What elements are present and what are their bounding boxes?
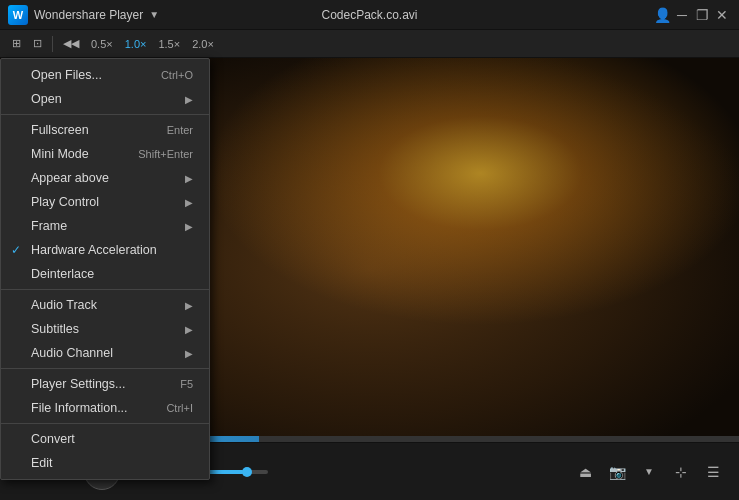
controls-right: ⏏ 📷 ▼ ⊹ ☰ — [571, 458, 727, 486]
mini-mode-label: Mini Mode — [31, 147, 89, 161]
frame-label: Frame — [31, 219, 67, 233]
fullscreen-label: Fullscreen — [31, 123, 89, 137]
speed-10-btn[interactable]: 1.0× — [121, 36, 151, 52]
menu-sep-3 — [1, 368, 209, 369]
snapshot-dropdown-btn[interactable]: ▼ — [635, 458, 663, 486]
fullscreen-item[interactable]: Fullscreen Enter — [1, 118, 209, 142]
mini-mode-shortcut: Shift+Enter — [138, 148, 193, 160]
play-control-label: Play Control — [31, 195, 99, 209]
edit-item[interactable]: Edit — [1, 451, 209, 475]
app-name-label: Wondershare Player — [34, 8, 143, 22]
toolbar: ⊞ ⊡ ◀◀ 0.5× 1.0× 1.5× 2.0× — [0, 30, 739, 58]
fullscreen-shortcut: Enter — [167, 124, 193, 136]
hw-accel-label: Hardware Acceleration — [31, 243, 157, 257]
subtitles-item[interactable]: Subtitles ▶ — [1, 317, 209, 341]
player-settings-item[interactable]: Player Settings... F5 — [1, 372, 209, 396]
open-files-shortcut: Ctrl+O — [161, 69, 193, 81]
convert-label: Convert — [31, 432, 75, 446]
open-arrow-icon: ▶ — [185, 94, 193, 105]
edit-label: Edit — [31, 456, 53, 470]
audio-channel-label: Audio Channel — [31, 346, 113, 360]
subtitles-arrow-icon: ▶ — [185, 324, 193, 335]
window-controls: 👤 ─ ❐ ✕ — [653, 6, 731, 24]
frame-arrow-icon: ▶ — [185, 221, 193, 232]
audio-track-item[interactable]: Audio Track ▶ — [1, 293, 209, 317]
context-menu: Open Files... Ctrl+O Open ▶ Fullscreen E… — [0, 58, 210, 480]
snapshot-btn[interactable]: 📷 — [603, 458, 631, 486]
aspect-ratio-btn[interactable]: ⊞ — [8, 35, 25, 52]
restore-btn[interactable]: ❐ — [693, 6, 711, 24]
open-files-label: Open Files... — [31, 68, 102, 82]
subtitles-label: Subtitles — [31, 322, 79, 336]
title-bar-left: W Wondershare Player ▼ — [8, 5, 159, 25]
file-info-label: File Information... — [31, 401, 128, 415]
audio-track-arrow-icon: ▶ — [185, 300, 193, 311]
title-bar-dropdown-icon[interactable]: ▼ — [149, 9, 159, 20]
player-settings-shortcut: F5 — [180, 378, 193, 390]
close-btn[interactable]: ✕ — [713, 6, 731, 24]
open-item[interactable]: Open ▶ — [1, 87, 209, 111]
hw-accel-item[interactable]: Hardware Acceleration — [1, 238, 209, 262]
minimize-btn[interactable]: ─ — [673, 6, 691, 24]
toolbar-separator — [52, 36, 53, 52]
file-info-shortcut: Ctrl+I — [166, 402, 193, 414]
deinterlace-label: Deinterlace — [31, 267, 94, 281]
speed-15-btn[interactable]: 1.5× — [154, 36, 184, 52]
play-control-item[interactable]: Play Control ▶ — [1, 190, 209, 214]
user-icon-btn[interactable]: 👤 — [653, 6, 671, 24]
audio-channel-arrow-icon: ▶ — [185, 348, 193, 359]
rewind-toolbar-btn[interactable]: ◀◀ — [59, 35, 83, 52]
cast-btn[interactable]: ⊹ — [667, 458, 695, 486]
menu-sep-2 — [1, 289, 209, 290]
eject-btn[interactable]: ⏏ — [571, 458, 599, 486]
deinterlace-item[interactable]: Deinterlace — [1, 262, 209, 286]
speed-05-btn[interactable]: 0.5× — [87, 36, 117, 52]
player-settings-label: Player Settings... — [31, 377, 126, 391]
open-files-item[interactable]: Open Files... Ctrl+O — [1, 63, 209, 87]
appear-above-item[interactable]: Appear above ▶ — [1, 166, 209, 190]
audio-track-label: Audio Track — [31, 298, 97, 312]
app-logo: W — [8, 5, 28, 25]
file-name-label: CodecPack.co.avi — [321, 8, 417, 22]
frame-item[interactable]: Frame ▶ — [1, 214, 209, 238]
audio-channel-item[interactable]: Audio Channel ▶ — [1, 341, 209, 365]
mini-mode-item[interactable]: Mini Mode Shift+Enter — [1, 142, 209, 166]
volume-knob — [242, 467, 252, 477]
menu-sep-1 — [1, 114, 209, 115]
title-bar: W Wondershare Player ▼ CodecPack.co.avi … — [0, 0, 739, 30]
convert-item[interactable]: Convert — [1, 427, 209, 451]
open-label: Open — [31, 92, 62, 106]
speed-20-btn[interactable]: 2.0× — [188, 36, 218, 52]
play-control-arrow-icon: ▶ — [185, 197, 193, 208]
playlist-btn[interactable]: ☰ — [699, 458, 727, 486]
menu-sep-4 — [1, 423, 209, 424]
file-info-item[interactable]: File Information... Ctrl+I — [1, 396, 209, 420]
appear-above-arrow-icon: ▶ — [185, 173, 193, 184]
appear-above-label: Appear above — [31, 171, 109, 185]
screenshot-toolbar-btn[interactable]: ⊡ — [29, 35, 46, 52]
